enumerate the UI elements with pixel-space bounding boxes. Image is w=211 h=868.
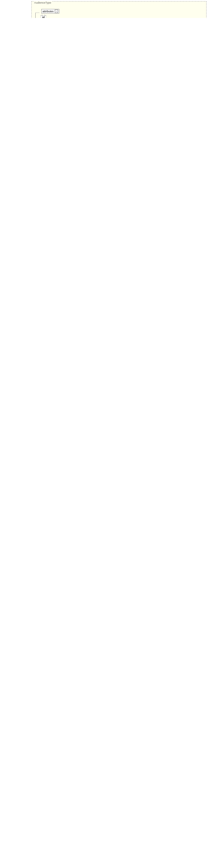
- collapse-icon[interactable]: −: [55, 9, 58, 13]
- attribute-id: idThe local identifier of the property.: [41, 15, 89, 18]
- attributes-label: attributes: [42, 10, 54, 13]
- connector-line: [35, 12, 39, 13]
- type-label: AudienceType: [34, 1, 52, 4]
- attributes-header[interactable]: attributes −: [41, 9, 59, 13]
- attributes-container: attributes − idThe local identifier of t…: [41, 9, 95, 18]
- attribute-name[interactable]: id: [41, 15, 46, 18]
- attributes-list: idThe local identifier of the property.c…: [41, 15, 95, 18]
- diagram-canvas: AudienceType exclAudience − An excluded …: [0, 0, 211, 18]
- connector-line: [35, 12, 36, 18]
